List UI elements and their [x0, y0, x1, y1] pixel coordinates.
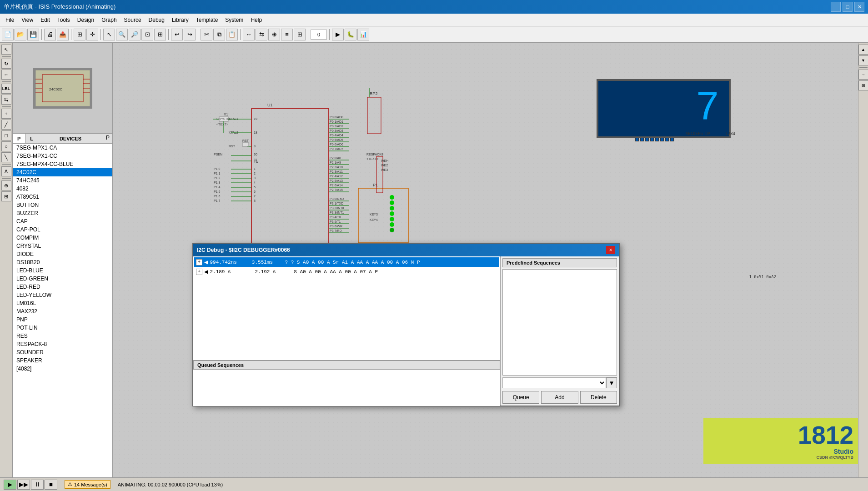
- wire-tool[interactable]: ╱: [1, 120, 11, 130]
- right-tool-4[interactable]: ⊞: [858, 80, 868, 90]
- component-place-button[interactable]: ⊞: [294, 29, 306, 40]
- device-item-cap-pol[interactable]: CAP-POL: [13, 225, 112, 234]
- bus-button[interactable]: ⇆: [256, 29, 267, 40]
- queue-button[interactable]: Queue: [502, 391, 539, 404]
- device-item-cap[interactable]: CAP: [13, 217, 112, 225]
- menu-library[interactable]: Library: [168, 15, 192, 25]
- pause-button[interactable]: ⏸: [31, 480, 44, 490]
- device-item-crystal[interactable]: CRYSTAL: [13, 242, 112, 250]
- origin-button[interactable]: ✛: [86, 29, 98, 40]
- paste-button[interactable]: 📋: [226, 29, 238, 40]
- device-item-pot-lin[interactable]: POT-LIN: [13, 324, 112, 332]
- play-button[interactable]: ▶: [4, 480, 16, 490]
- port-tool[interactable]: ⊞: [1, 191, 11, 201]
- menu-edit[interactable]: Edit: [37, 15, 54, 25]
- i2c-log-area[interactable]: + ◀ 994.742ns 3.55lms ? ? S A0 A 00 A Sr…: [193, 256, 500, 360]
- junction-tool[interactable]: +: [1, 109, 11, 119]
- wire-button[interactable]: ↔: [243, 29, 255, 40]
- maximize-button[interactable]: □: [843, 2, 853, 12]
- device-item-respack-8[interactable]: RESPACK-8: [13, 340, 112, 348]
- delete-button[interactable]: Delete: [580, 391, 617, 404]
- zoom-out-button[interactable]: 🔎: [129, 29, 140, 40]
- menu-template[interactable]: Template: [192, 15, 222, 25]
- device-item-buzzer[interactable]: BUZZER: [13, 209, 112, 217]
- print-button[interactable]: 🖨: [44, 29, 56, 40]
- predefined-sequences-body[interactable]: [502, 269, 617, 376]
- tab-l[interactable]: L: [25, 134, 38, 143]
- schematic-canvas-area[interactable]: RP2 U1 XTAL1 XTAL2 RST: [113, 43, 858, 477]
- label-button[interactable]: ≡: [281, 29, 293, 40]
- device-item-diode[interactable]: DIODE: [13, 250, 112, 258]
- zoom-area-button[interactable]: ⊞: [154, 29, 166, 40]
- zoom-fit-button[interactable]: ⊡: [141, 29, 153, 40]
- minimize-button[interactable]: ─: [831, 2, 841, 12]
- pointer-tool[interactable]: ↖: [1, 45, 11, 55]
- run-sim-button[interactable]: ▶: [332, 29, 344, 40]
- symbol-tool[interactable]: ⊕: [1, 180, 11, 190]
- open-button[interactable]: 📂: [15, 29, 26, 40]
- menu-source[interactable]: Source: [120, 15, 145, 25]
- number-input[interactable]: [311, 30, 327, 40]
- zoom-in-button[interactable]: 🔍: [116, 29, 128, 40]
- device-item-res[interactable]: RES: [13, 332, 112, 340]
- device-item-at89c51[interactable]: AT89C51: [13, 193, 112, 201]
- rotate-tool[interactable]: ↻: [1, 59, 11, 69]
- menu-file[interactable]: File: [2, 15, 18, 25]
- lbl-tool[interactable]: LBL: [1, 84, 11, 94]
- tab-p[interactable]: P: [13, 134, 25, 143]
- text-tool[interactable]: A: [1, 166, 11, 176]
- bus-tool[interactable]: ⇆: [1, 95, 11, 105]
- device-item-led-yellow[interactable]: LED-YELLOW: [13, 291, 112, 299]
- log-row-2[interactable]: + ◀ 2.189 s 2.192 s S A0 A 00 A AA A 00 …: [194, 267, 499, 276]
- select-button[interactable]: ↖: [103, 29, 115, 40]
- debug-button[interactable]: 🐛: [345, 29, 356, 40]
- oscilloscope-button[interactable]: 📊: [357, 29, 369, 40]
- device-item-7seg-mpx4-cc-blue[interactable]: 7SEG-MPX4-CC-BLUE: [13, 160, 112, 168]
- device-item-7seg-mpx1-ca[interactable]: 7SEG-MPX1-CA: [13, 144, 112, 152]
- copy-button[interactable]: ⧉: [213, 29, 225, 40]
- cut-button[interactable]: ✂: [201, 29, 212, 40]
- grid-button[interactable]: ⊞: [74, 29, 85, 40]
- device-item-button[interactable]: BUTTON: [13, 201, 112, 209]
- device-item-led-green[interactable]: LED-GREEN: [13, 275, 112, 283]
- add-device-button[interactable]: P: [103, 134, 112, 143]
- device-item-ds18b20[interactable]: DS18B20: [13, 258, 112, 266]
- menu-view[interactable]: View: [18, 15, 37, 25]
- device-item-pnp[interactable]: PNP: [13, 316, 112, 324]
- junction-button[interactable]: ⊕: [268, 29, 280, 40]
- i2c-queue-body[interactable]: [193, 370, 500, 406]
- device-item-7seg-mpx1-cc[interactable]: 7SEG-MPX1-CC: [13, 152, 112, 160]
- device-item-compim[interactable]: COMPIM: [13, 234, 112, 242]
- device-item-sounder[interactable]: SOUNDER: [13, 348, 112, 356]
- device-item-speaker[interactable]: SPEAKER: [13, 356, 112, 365]
- new-button[interactable]: 📄: [2, 29, 14, 40]
- undo-button[interactable]: ↩: [171, 29, 183, 40]
- redo-button[interactable]: ↪: [184, 29, 196, 40]
- close-button[interactable]: ✕: [854, 2, 864, 12]
- device-item-led-red[interactable]: LED-RED: [13, 283, 112, 291]
- device-item-4082-bracket[interactable]: [4082]: [13, 365, 112, 373]
- device-item-24c02c[interactable]: 24C02C: [13, 168, 112, 176]
- right-tool-3[interactable]: →: [858, 70, 868, 80]
- menu-graph[interactable]: Graph: [98, 15, 120, 25]
- line-tool[interactable]: ╲: [1, 152, 11, 162]
- step-button[interactable]: ▶▶: [17, 480, 30, 490]
- i2c-close-button[interactable]: ×: [606, 246, 615, 254]
- log-expand-2[interactable]: +: [196, 269, 202, 275]
- i2c-sequence-dropdown[interactable]: [502, 377, 606, 388]
- menu-help[interactable]: Help: [247, 15, 266, 25]
- box-tool[interactable]: □: [1, 130, 11, 140]
- i2c-dropdown-arrow[interactable]: ▼: [606, 377, 617, 388]
- circle-tool[interactable]: ○: [1, 141, 11, 151]
- add-button[interactable]: Add: [541, 391, 578, 404]
- export-button[interactable]: 📤: [57, 29, 69, 40]
- menu-tools[interactable]: Tools: [54, 15, 74, 25]
- right-tool-1[interactable]: ▲: [858, 45, 868, 55]
- log-row-1[interactable]: + ◀ 994.742ns 3.55lms ? ? S A0 A 00 A Sr…: [194, 257, 499, 267]
- device-item-led-blue[interactable]: LED-BLUE: [13, 266, 112, 275]
- device-item-lm016l[interactable]: LM016L: [13, 299, 112, 307]
- stop-button[interactable]: ■: [45, 480, 57, 490]
- device-item-4082[interactable]: 4082: [13, 185, 112, 193]
- right-tool-2[interactable]: ▼: [858, 55, 868, 65]
- device-item-74hc245[interactable]: 74HC245: [13, 176, 112, 185]
